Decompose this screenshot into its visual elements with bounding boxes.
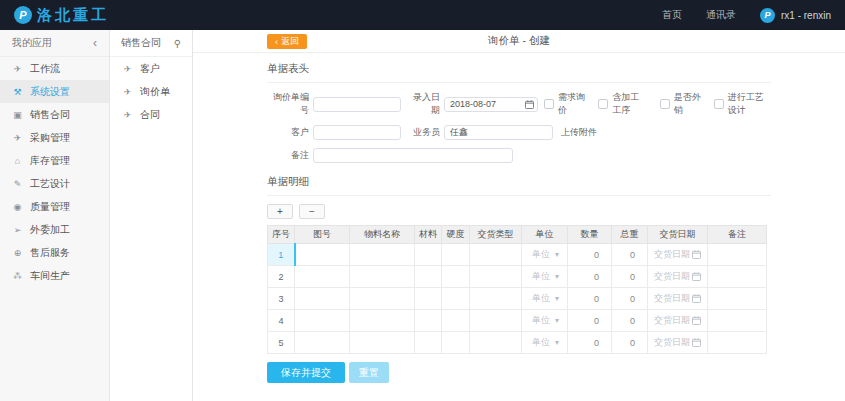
calendar-icon[interactable] — [692, 294, 701, 303]
salesman-input[interactable] — [444, 125, 553, 140]
remark-cell[interactable] — [708, 288, 767, 310]
checkbox-with-machining[interactable]: 含加工工序 — [598, 91, 648, 117]
entry-date-input[interactable] — [444, 97, 538, 112]
delivery-date-cell[interactable]: 交货日期 — [648, 244, 708, 266]
qty-cell[interactable]: 0 — [568, 310, 612, 332]
remark-cell[interactable] — [708, 310, 767, 332]
date-placeholder[interactable]: 交货日期 — [654, 336, 690, 349]
delivery-type-cell[interactable] — [470, 332, 522, 354]
back-button[interactable]: ‹ 返回 — [267, 34, 307, 49]
customer-input[interactable] — [313, 125, 401, 140]
date-placeholder[interactable]: 交货日期 — [654, 292, 690, 305]
submenu-item-inquiry[interactable]: ✈ 询价单 — [110, 80, 192, 103]
remark-input[interactable] — [313, 148, 513, 163]
date-placeholder[interactable]: 交货日期 — [654, 270, 690, 283]
seq-cell[interactable]: 4 — [268, 310, 295, 332]
unit-cell[interactable]: 单位▾ — [522, 244, 568, 266]
hardness-cell[interactable] — [442, 266, 470, 288]
material-name-cell[interactable] — [350, 332, 415, 354]
hardness-cell[interactable] — [442, 288, 470, 310]
add-row-button[interactable]: + — [267, 204, 293, 219]
delivery-type-cell[interactable] — [470, 266, 522, 288]
calendar-icon[interactable] — [525, 100, 534, 109]
unit-select[interactable]: 单位 — [532, 292, 550, 305]
seq-cell[interactable]: 1 — [268, 244, 295, 266]
sidebar-item-sales-contract[interactable]: ▣ 销售合同 — [0, 103, 109, 126]
weight-cell[interactable]: 0 — [612, 288, 648, 310]
material-name-cell[interactable] — [350, 244, 415, 266]
sidebar-item-workflow[interactable]: ✈ 工作流 — [0, 57, 109, 80]
submenu-item-customer[interactable]: ✈ 客户 — [110, 57, 192, 80]
drawing-no-cell[interactable] — [295, 244, 350, 266]
remark-cell[interactable] — [708, 266, 767, 288]
weight-cell[interactable]: 0 — [612, 310, 648, 332]
hardness-cell[interactable] — [442, 244, 470, 266]
submenu-item-contract[interactable]: ✈ 合同 — [110, 103, 192, 126]
remark-cell[interactable] — [708, 332, 767, 354]
qty-cell[interactable]: 0 — [568, 266, 612, 288]
material-cell[interactable] — [415, 244, 442, 266]
sidebar-item-process-design[interactable]: ✎ 工艺设计 — [0, 172, 109, 195]
material-name-cell[interactable] — [350, 310, 415, 332]
sidebar-item-outsourcing[interactable]: ➢ 外委加工 — [0, 218, 109, 241]
weight-cell[interactable]: 0 — [612, 332, 648, 354]
calendar-icon[interactable] — [692, 316, 701, 325]
pin-icon[interactable]: ⚲ — [174, 38, 181, 49]
delivery-type-cell[interactable] — [470, 310, 522, 332]
user-menu[interactable]: P rx1 - renxin — [760, 8, 831, 23]
seq-cell[interactable]: 2 — [268, 266, 295, 288]
collapse-icon[interactable]: ‹ — [93, 36, 97, 50]
sidebar-item-purchasing[interactable]: ✈ 采购管理 — [0, 126, 109, 149]
sidebar-item-system-settings[interactable]: ⚒ 系统设置 — [0, 80, 109, 103]
weight-cell[interactable]: 0 — [612, 266, 648, 288]
unit-select[interactable]: 单位 — [532, 314, 550, 327]
upload-attachment-link[interactable]: 上传附件 — [561, 126, 597, 139]
delivery-date-cell[interactable]: 交货日期 — [648, 310, 708, 332]
material-cell[interactable] — [415, 310, 442, 332]
material-name-cell[interactable] — [350, 288, 415, 310]
unit-select[interactable]: 单位 — [532, 270, 550, 283]
remark-cell[interactable] — [708, 244, 767, 266]
material-cell[interactable] — [415, 266, 442, 288]
checkbox-process-design[interactable]: 进行工艺设计 — [714, 91, 771, 117]
checkbox-export[interactable]: 是否外销 — [660, 91, 702, 117]
sidebar-item-workshop[interactable]: ⁂ 车间生产 — [0, 264, 109, 287]
unit-select[interactable]: 单位 — [532, 248, 550, 261]
qty-cell[interactable]: 0 — [568, 288, 612, 310]
drawing-no-cell[interactable] — [295, 310, 350, 332]
material-cell[interactable] — [415, 288, 442, 310]
remove-row-button[interactable]: − — [299, 204, 325, 219]
sidebar-item-quality[interactable]: ◉ 质量管理 — [0, 195, 109, 218]
calendar-icon[interactable] — [692, 250, 701, 259]
checkbox-demand-inquiry[interactable]: 需求询价 — [544, 91, 586, 117]
unit-select[interactable]: 单位 — [532, 336, 550, 349]
material-cell[interactable] — [415, 332, 442, 354]
delivery-type-cell[interactable] — [470, 288, 522, 310]
unit-cell[interactable]: 单位▾ — [522, 266, 568, 288]
unit-cell[interactable]: 单位▾ — [522, 332, 568, 354]
drawing-no-cell[interactable] — [295, 266, 350, 288]
unit-cell[interactable]: 单位▾ — [522, 288, 568, 310]
drawing-no-cell[interactable] — [295, 288, 350, 310]
inquiry-no-input[interactable] — [313, 97, 401, 112]
delivery-date-cell[interactable]: 交货日期 — [648, 332, 708, 354]
weight-cell[interactable]: 0 — [612, 244, 648, 266]
save-submit-button[interactable]: 保存并提交 — [267, 362, 345, 383]
delivery-date-cell[interactable]: 交货日期 — [648, 266, 708, 288]
hardness-cell[interactable] — [442, 310, 470, 332]
unit-cell[interactable]: 单位▾ — [522, 310, 568, 332]
seq-cell[interactable]: 5 — [268, 332, 295, 354]
qty-cell[interactable]: 0 — [568, 244, 612, 266]
hardness-cell[interactable] — [442, 332, 470, 354]
material-name-cell[interactable] — [350, 266, 415, 288]
drawing-no-cell[interactable] — [295, 332, 350, 354]
date-placeholder[interactable]: 交货日期 — [654, 248, 690, 261]
nav-home[interactable]: 首页 — [662, 8, 682, 22]
qty-cell[interactable]: 0 — [568, 332, 612, 354]
calendar-icon[interactable] — [692, 272, 701, 281]
delivery-date-cell[interactable]: 交货日期 — [648, 288, 708, 310]
sidebar-item-inventory[interactable]: ⌂ 库存管理 — [0, 149, 109, 172]
reset-button[interactable]: 重置 — [349, 362, 389, 383]
seq-cell[interactable]: 3 — [268, 288, 295, 310]
date-placeholder[interactable]: 交货日期 — [654, 314, 690, 327]
